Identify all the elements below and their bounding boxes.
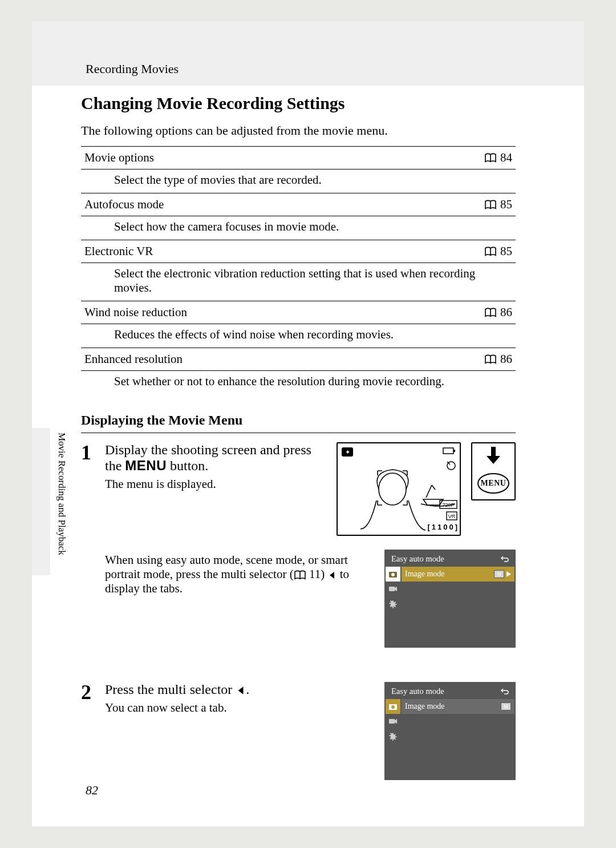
- side-tab-text: Movie Recording and Playback: [56, 433, 67, 555]
- page-number-ref: 86: [500, 352, 512, 366]
- option-row: Electronic VR 85: [81, 240, 516, 263]
- camera-menu-screen-2: Easy auto mode Image mode M: [384, 682, 516, 780]
- svg-text:VR: VR: [448, 514, 456, 519]
- option-desc: Select how the camera focuses in movie m…: [81, 216, 516, 240]
- book-icon: [484, 153, 497, 163]
- intro-text: The following options can be adjusted fr…: [81, 123, 516, 138]
- options-table: Movie options 84 Select the type of movi…: [81, 146, 516, 394]
- page-reference: 85: [484, 244, 512, 259]
- step-1-note: The menu is displayed.: [105, 477, 326, 491]
- page-number-ref: 86: [500, 305, 512, 320]
- option-name: Autofocus mode: [84, 197, 164, 212]
- option-desc: Reduces the effects of wind noise when r…: [81, 324, 516, 348]
- chevron-right-icon: [506, 571, 511, 577]
- step-2-note: You can now select a tab.: [105, 701, 374, 715]
- camera-menu-screen-1: Easy auto mode Image mode M: [384, 550, 516, 648]
- svg-point-14: [391, 705, 395, 709]
- tab-setup: [386, 596, 400, 611]
- return-icon: [501, 555, 509, 563]
- step-2-title: Press the multi selector .: [105, 682, 374, 697]
- vr-icon: VR: [446, 511, 457, 520]
- step-1-extra: When using easy auto mode, scene mode, o…: [105, 553, 374, 596]
- menu-item-image-mode: Image mode M: [402, 699, 514, 714]
- shots-remaining: [1100]: [427, 523, 457, 531]
- option-desc: Select the electronic vibration reductio…: [81, 263, 516, 301]
- tab-shoot: [386, 567, 400, 582]
- menu-button-illustration: MENU: [471, 442, 516, 500]
- left-triangle-icon: [327, 571, 337, 580]
- option-desc: Set whether or not to enhance the resolu…: [81, 371, 516, 394]
- step-2: 2 Press the multi selector . You can now…: [81, 682, 516, 780]
- option-row: Movie options 84: [81, 146, 516, 169]
- option-name: Enhanced resolution: [84, 352, 183, 366]
- option-name: Movie options: [84, 151, 154, 165]
- page-number-ref: 85: [500, 244, 512, 259]
- section-label: Recording Movies: [86, 62, 179, 76]
- arrow-down-icon: [483, 446, 504, 466]
- tab-movie: [386, 582, 400, 596]
- left-triangle-icon: [236, 685, 246, 696]
- menu-glyph: MENU: [125, 458, 167, 473]
- menu-title: Easy auto mode: [391, 554, 444, 564]
- page-number: 82: [86, 783, 98, 798]
- subheading: Displaying the Movie Menu: [81, 413, 516, 433]
- step-1: 1 Display the shooting screen and press …: [81, 442, 516, 648]
- step-number: 1: [81, 442, 97, 648]
- timer-icon: [444, 458, 456, 474]
- option-desc: Select the type of movies that are recor…: [81, 169, 516, 193]
- page-number-ref: 84: [500, 151, 512, 165]
- option-name: Wind noise reduction: [84, 305, 187, 320]
- svg-text:720P: 720P: [442, 502, 454, 508]
- menu-title: Easy auto mode: [391, 687, 444, 696]
- tab-movie: [386, 714, 400, 729]
- image-mode-badge: M: [494, 570, 504, 578]
- page-reference: 85: [484, 197, 512, 212]
- book-icon: [294, 570, 306, 580]
- side-tab: [32, 428, 50, 575]
- svg-point-11: [391, 573, 395, 576]
- page-title: Changing Movie Recording Settings: [81, 94, 516, 113]
- option-row: Enhanced resolution 86: [81, 348, 516, 371]
- page-reference: 86: [484, 352, 512, 366]
- step-1-title: Display the shooting screen and press th…: [105, 442, 326, 474]
- svg-rect-15: [389, 719, 395, 724]
- book-icon: [484, 308, 497, 318]
- movie-quality-icon: 720P: [439, 500, 457, 509]
- tab-setup: [386, 729, 400, 744]
- tab-shoot-selected: [386, 699, 400, 714]
- svg-rect-12: [389, 587, 395, 591]
- page-reference: 86: [484, 305, 512, 320]
- image-mode-badge: M: [501, 702, 511, 710]
- book-icon: [484, 354, 497, 365]
- page-number-ref: 85: [500, 197, 512, 212]
- book-icon: [484, 247, 497, 257]
- svg-point-4: [379, 473, 406, 505]
- menu-item-image-mode: Image mode M: [402, 567, 514, 582]
- shooting-screen-illustration: ✦: [337, 442, 461, 536]
- option-row: Autofocus mode 85: [81, 193, 516, 216]
- menu-button-oval: MENU: [477, 473, 509, 494]
- step-number: 2: [81, 682, 97, 780]
- book-icon: [484, 200, 497, 210]
- option-row: Wind noise reduction 86: [81, 301, 516, 324]
- page-reference: 84: [484, 151, 512, 165]
- option-name: Electronic VR: [84, 244, 153, 259]
- return-icon: [501, 688, 509, 696]
